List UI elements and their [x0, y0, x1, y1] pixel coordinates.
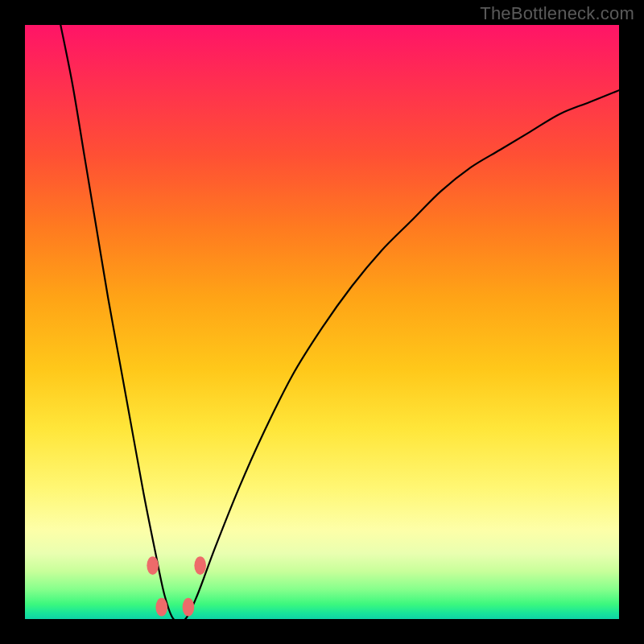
plot-area [25, 25, 619, 619]
curve-marker [147, 556, 159, 575]
curve-marker [194, 556, 206, 575]
watermark-text: TheBottleneck.com [480, 3, 634, 24]
curve-marker [183, 598, 195, 617]
bottleneck-curve-path [60, 25, 619, 619]
marker-layer [147, 556, 206, 616]
curve-marker [155, 598, 167, 617]
curve-layer [25, 25, 619, 619]
chart-frame: TheBottleneck.com [0, 0, 644, 644]
